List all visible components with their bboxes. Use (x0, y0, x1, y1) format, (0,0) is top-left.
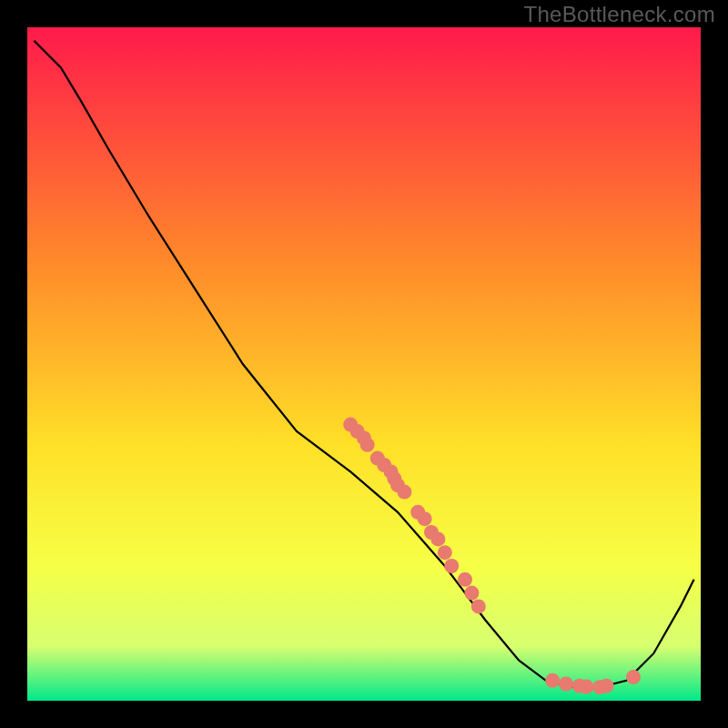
data-point (444, 559, 459, 573)
data-point (418, 511, 432, 526)
data-point (430, 531, 445, 546)
data-point (579, 680, 593, 694)
data-point (559, 677, 573, 692)
chart-canvas (0, 0, 728, 728)
data-point (599, 679, 613, 693)
plot-area (27, 27, 701, 701)
watermark-text: TheBottleneck.com (523, 2, 715, 27)
chart-frame: { "watermark": "TheBottleneck.com", "col… (0, 0, 728, 728)
data-point (471, 599, 486, 613)
data-point (438, 545, 452, 560)
data-point (458, 572, 472, 587)
data-point (464, 586, 479, 601)
data-point (545, 673, 560, 688)
data-point (626, 670, 641, 684)
data-point (397, 485, 411, 500)
data-point (360, 438, 375, 452)
